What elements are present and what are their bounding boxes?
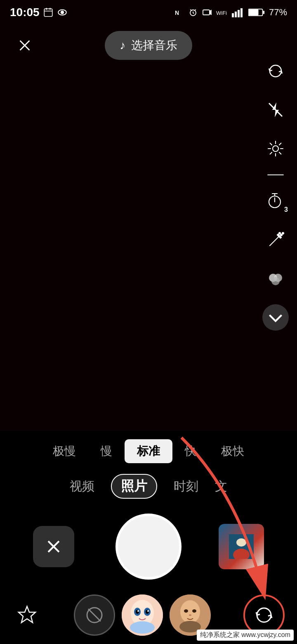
music-button-label: 选择音乐: [131, 38, 177, 53]
svg-point-33: [280, 234, 282, 236]
svg-line-31: [270, 237, 279, 246]
svg-rect-0: [44, 9, 52, 16]
svg-line-10: [190, 9, 191, 10]
filter-item-1[interactable]: [122, 594, 163, 636]
bottom-area: 极慢 慢 标准 快 极快 视频 照片 时刻 文: [0, 431, 297, 644]
svg-line-11: [195, 9, 196, 10]
svg-point-59: [184, 609, 188, 613]
wifi-icon: WiFi: [216, 7, 228, 17]
shutter-row: [0, 505, 297, 588]
svg-rect-20: [249, 9, 259, 16]
mode-text[interactable]: 文: [215, 478, 227, 495]
close-button[interactable]: [12, 33, 37, 58]
svg-rect-18: [240, 8, 243, 17]
speed-very-slow[interactable]: 极慢: [40, 439, 88, 463]
svg-line-46: [88, 609, 101, 621]
watermark-text: 纯净系统之家 www.ycwjzy.com: [200, 631, 290, 638]
svg-rect-12: [203, 10, 210, 15]
svg-rect-15: [232, 13, 234, 17]
mode-selector: 视频 照片 时刻 文: [0, 467, 297, 505]
camera-status-icon: [202, 7, 212, 17]
shutter-button[interactable]: [116, 514, 182, 580]
svg-point-38: [271, 277, 280, 285]
svg-marker-44: [19, 606, 35, 623]
status-icons: N WiFi 77%: [174, 7, 287, 18]
music-select-button[interactable]: ♪ 选择音乐: [105, 31, 192, 60]
svg-text:WiFi: WiFi: [216, 10, 227, 16]
svg-line-9: [193, 13, 194, 14]
speed-selector: 极慢 慢 标准 快 极快: [0, 431, 297, 467]
speed-fast[interactable]: 快: [172, 439, 209, 463]
speed-standard[interactable]: 标准: [125, 439, 172, 463]
speed-very-fast[interactable]: 极快: [209, 439, 257, 463]
svg-point-5: [61, 11, 64, 14]
toolbar-divider: [267, 174, 284, 175]
gallery-thumb-image: [219, 524, 264, 569]
music-note-icon: ♪: [120, 39, 125, 52]
beauty-button[interactable]: [262, 227, 289, 253]
settings-button[interactable]: [262, 135, 289, 162]
svg-rect-17: [238, 10, 240, 17]
svg-point-35: [282, 232, 284, 234]
cancel-button[interactable]: [33, 526, 74, 567]
svg-rect-21: [263, 11, 264, 14]
status-bar: 10:05 N WiFi 77%: [0, 0, 297, 25]
right-toolbar: 3: [262, 58, 289, 331]
svg-point-43: [236, 538, 246, 547]
signal-icon: [232, 7, 244, 17]
svg-text:N: N: [175, 9, 179, 16]
eye-icon: [57, 7, 68, 18]
mode-photo[interactable]: 照片: [111, 474, 157, 499]
top-bar: ♪ 选择音乐: [0, 25, 297, 66]
svg-point-34: [279, 232, 280, 234]
flip-camera-button[interactable]: [262, 58, 289, 84]
filter-none[interactable]: [74, 594, 115, 636]
timer-button[interactable]: 3: [262, 188, 289, 214]
speed-slow[interactable]: 慢: [88, 439, 125, 463]
mode-moment[interactable]: 时刻: [174, 478, 198, 495]
gallery-thumbnail[interactable]: [219, 524, 264, 569]
svg-point-55: [147, 610, 149, 612]
svg-rect-16: [235, 12, 237, 17]
effects-button[interactable]: [262, 265, 289, 292]
favorites-button[interactable]: [12, 601, 41, 630]
time-display: 10:05: [10, 6, 40, 19]
mode-video[interactable]: 视频: [70, 478, 94, 495]
alarm-icon: [188, 7, 198, 17]
status-time: 10:05: [10, 6, 68, 19]
svg-point-49: [130, 621, 155, 634]
battery-icon: [248, 8, 265, 17]
calendar-icon: [43, 7, 54, 18]
svg-point-26: [273, 146, 278, 152]
svg-point-54: [137, 610, 139, 612]
nfc-icon: N: [174, 7, 184, 17]
more-button[interactable]: [262, 304, 289, 331]
svg-marker-13: [210, 10, 211, 14]
svg-point-60: [192, 609, 196, 613]
timer-count: 3: [284, 206, 288, 213]
battery-percentage: 77%: [269, 7, 287, 18]
flash-button[interactable]: [262, 97, 289, 123]
watermark: 纯净系统之家 www.ycwjzy.com: [197, 630, 294, 641]
svg-point-57: [180, 600, 200, 623]
svg-point-61: [189, 614, 191, 616]
